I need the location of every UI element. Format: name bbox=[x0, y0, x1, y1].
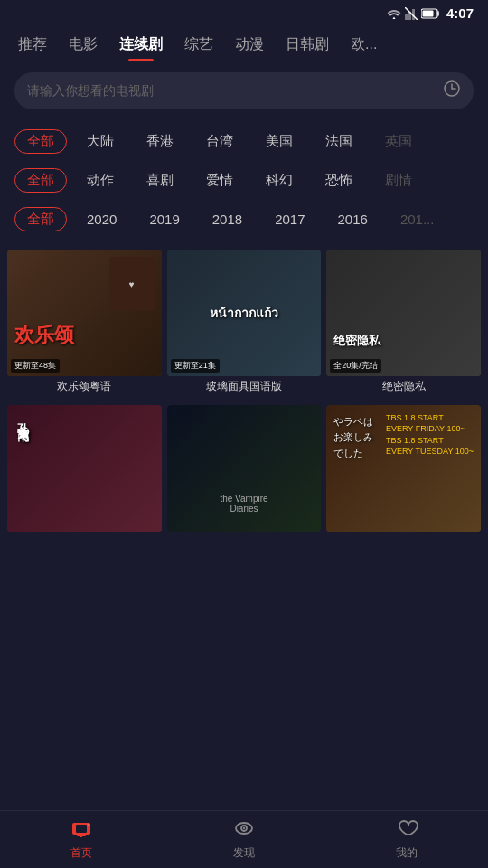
region-filter-row: 全部 大陆 香港 台湾 美国 法国 英国 bbox=[14, 122, 474, 161]
bottom-nav-discover[interactable]: 发现 bbox=[163, 818, 325, 861]
search-history-icon[interactable] bbox=[443, 80, 461, 102]
nav-tabs: 推荐 电影 连续剧 综艺 动漫 日韩剧 欧... bbox=[0, 26, 488, 67]
list-item[interactable]: หน้ากากแก้ว 更新至21集 玻璃面具国语版 bbox=[167, 250, 322, 400]
item3-title: 绝密隐私 bbox=[326, 376, 481, 400]
svg-rect-8 bbox=[76, 825, 87, 833]
mine-heart-icon bbox=[395, 818, 418, 844]
bottom-nav-home[interactable]: 首页 bbox=[0, 818, 163, 861]
home-tv-icon bbox=[70, 818, 93, 844]
genre-scifi[interactable]: 科幻 bbox=[253, 168, 305, 193]
tab-recommend[interactable]: 推荐 bbox=[7, 30, 58, 60]
region-taiwan[interactable]: 台湾 bbox=[193, 129, 246, 154]
battery-icon bbox=[421, 8, 441, 19]
genre-filter-row: 全部 动作 喜剧 爱情 科幻 恐怖 剧情 bbox=[14, 161, 474, 200]
genre-action[interactable]: 动作 bbox=[74, 168, 127, 193]
item5-title bbox=[167, 532, 322, 541]
year-2016[interactable]: 2016 bbox=[325, 208, 380, 231]
list-item[interactable]: やラベはお楽しみでした TBS 1.8 STARTEVERY FRIDAY 10… bbox=[326, 405, 481, 541]
list-item[interactable]: 孔雀东南飞 bbox=[7, 405, 162, 541]
item2-title: 玻璃面具国语版 bbox=[167, 376, 322, 400]
mine-label: 我的 bbox=[396, 845, 418, 861]
genre-comedy[interactable]: 喜剧 bbox=[134, 168, 186, 193]
tab-variety[interactable]: 综艺 bbox=[174, 30, 224, 60]
thumb-5: the VampireDiaries bbox=[167, 405, 322, 532]
tab-europe[interactable]: 欧... bbox=[340, 30, 388, 60]
list-item[interactable]: the VampireDiaries bbox=[167, 405, 322, 541]
year-filter-row: 全部 2020 2019 2018 2017 2016 201... bbox=[14, 200, 474, 239]
signal-icon bbox=[405, 7, 418, 20]
bottom-nav: 首页 发现 我的 bbox=[0, 810, 488, 868]
year-old[interactable]: 201... bbox=[388, 208, 447, 231]
svg-point-14 bbox=[243, 827, 245, 829]
search-placeholder: 请输入你想看的电视剧 bbox=[27, 83, 436, 99]
year-2018[interactable]: 2018 bbox=[200, 208, 255, 231]
region-hongkong[interactable]: 香港 bbox=[134, 129, 186, 154]
region-mainland[interactable]: 大陆 bbox=[74, 129, 127, 154]
item6-title bbox=[326, 532, 481, 541]
search-bar[interactable]: 请输入你想看的电视剧 bbox=[14, 72, 474, 109]
item2-badge: 更新至21集 bbox=[171, 359, 220, 373]
item1-badge: 更新至48集 bbox=[11, 359, 60, 373]
discover-label: 发现 bbox=[233, 845, 255, 861]
svg-rect-5 bbox=[422, 10, 433, 16]
genre-drama[interactable]: 剧情 bbox=[372, 168, 425, 193]
genre-romance[interactable]: 爱情 bbox=[193, 168, 246, 193]
tab-movie[interactable]: 电影 bbox=[58, 30, 108, 60]
status-time: 4:07 bbox=[446, 5, 474, 21]
item1-title: 欢乐颂粤语 bbox=[7, 376, 162, 400]
home-label: 首页 bbox=[70, 845, 92, 861]
content-grid: 欢乐颂 ♥ 更新至48集 欢乐颂粤语 หน้ากากแก้ว 更新至21集 玻璃… bbox=[0, 242, 488, 541]
genre-all[interactable]: 全部 bbox=[14, 168, 67, 193]
status-bar: 4:07 bbox=[0, 0, 488, 26]
bottom-nav-mine[interactable]: 我的 bbox=[325, 818, 488, 861]
svg-rect-0 bbox=[405, 14, 408, 20]
year-2020[interactable]: 2020 bbox=[74, 208, 129, 231]
region-uk[interactable]: 英国 bbox=[372, 129, 425, 154]
region-all[interactable]: 全部 bbox=[14, 129, 67, 154]
tab-anime[interactable]: 动漫 bbox=[224, 30, 275, 60]
wifi-icon bbox=[387, 8, 401, 19]
item4-title bbox=[7, 532, 162, 541]
tab-korean[interactable]: 日韩剧 bbox=[275, 30, 340, 60]
thumb-6: やラベはお楽しみでした TBS 1.8 STARTEVERY FRIDAY 10… bbox=[326, 405, 481, 532]
region-usa[interactable]: 美国 bbox=[253, 129, 305, 154]
tab-series[interactable]: 连续剧 bbox=[108, 30, 174, 60]
list-item[interactable]: 欢乐颂 ♥ 更新至48集 欢乐颂粤语 bbox=[7, 250, 162, 400]
thumb-1: 欢乐颂 ♥ 更新至48集 bbox=[7, 250, 162, 376]
status-icons bbox=[387, 7, 441, 20]
year-2017[interactable]: 2017 bbox=[262, 208, 317, 231]
thumb-3: 绝密隐私 全20集/完结 bbox=[326, 250, 481, 376]
list-item[interactable]: 绝密隐私 全20集/完结 绝密隐私 bbox=[326, 250, 481, 400]
thumb-2: หน้ากากแก้ว 更新至21集 bbox=[167, 250, 322, 376]
svg-point-11 bbox=[88, 824, 90, 826]
filter-section: 全部 大陆 香港 台湾 美国 法国 英国 全部 动作 喜剧 爱情 科幻 恐怖 剧… bbox=[0, 118, 488, 242]
region-france[interactable]: 法国 bbox=[313, 129, 365, 154]
discover-eye-icon bbox=[232, 818, 256, 844]
year-2019[interactable]: 2019 bbox=[136, 208, 192, 231]
year-all[interactable]: 全部 bbox=[14, 207, 67, 231]
thumb-4: 孔雀东南飞 bbox=[7, 405, 162, 532]
genre-horror[interactable]: 恐怖 bbox=[313, 168, 365, 193]
item3-badge: 全20集/完结 bbox=[330, 359, 381, 373]
